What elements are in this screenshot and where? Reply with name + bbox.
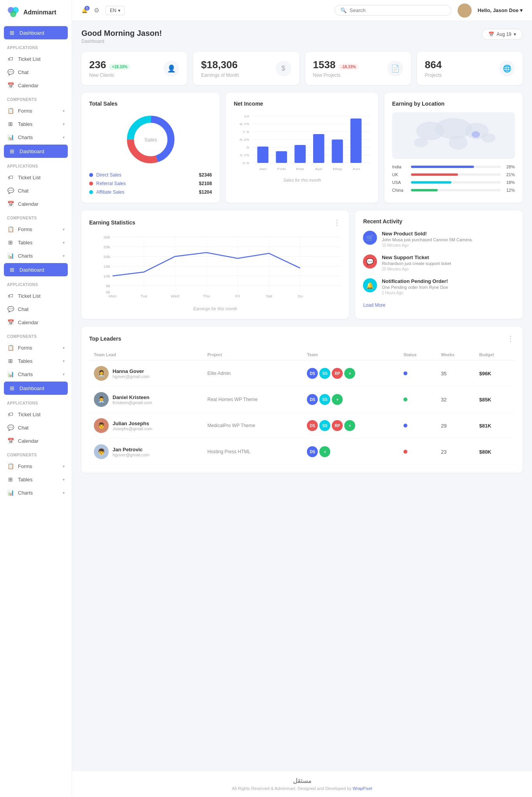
chevron-icon: ▾ [63,109,65,113]
sidebar-item-tables[interactable]: ⊞Tables▾ [0,236,72,249]
more-options-button[interactable]: ⋮ [333,218,341,227]
legend-dot [89,190,93,194]
svg-text:25k: 25k [104,245,110,249]
sidebar-section-label: COMPONENTS [0,329,72,341]
sidebar-item-forms[interactable]: 📋Forms▾ [0,223,72,236]
svg-text:5k: 5k [106,284,110,288]
sidebar-section-label: COMPONENTS [0,210,72,223]
top-leaders-card: Top Leaders ⋮ Team LeadProjectTeamStatus… [81,327,523,473]
language-label: EN [110,8,116,13]
sidebar-item-ticket-list[interactable]: 🏷Ticket List [0,171,72,184]
earning-location-title: Earning by Location [392,101,515,107]
location-row: USA 18% [392,180,515,185]
stat-label: New Projects [313,72,359,78]
sidebar-item-dashboard[interactable]: ⊞Dashboard [4,382,68,395]
sidebar-item-charts[interactable]: 📊Charts▾ [0,368,72,381]
sidebar-item-forms[interactable]: 📋Forms▾ [0,459,72,473]
sidebar-item-chat[interactable]: 💬Chat [0,302,72,316]
date-picker[interactable]: 📅 Aug 19 ▾ [482,29,523,40]
sidebar-item-forms[interactable]: 📋Forms▾ [0,341,72,354]
location-row: China 12% [392,188,515,193]
tables-icon: ⊞ [7,476,14,482]
calendar-icon: 📅 [7,201,14,207]
sidebar-item-forms[interactable]: 📋Forms▾ [0,104,72,117]
sidebar-item-dashboard[interactable]: ⊞Dashboard [4,26,68,39]
activity-title: New Product Sold! [382,231,473,237]
svg-text:Thu: Thu [203,294,210,298]
location-bar-bg [411,166,501,168]
donut-center-label: Sales [144,137,157,143]
sidebar-item-charts[interactable]: 📊Charts▾ [0,131,72,144]
leaders-more-options[interactable]: ⋮ [507,334,515,343]
location-row: India 28% [392,164,515,169]
project-cell: Elite Admin [203,361,303,387]
sidebar-item-chat[interactable]: 💬Chat [0,421,72,434]
total-sales-title: Total Sales [89,101,212,107]
sidebar-item-tables[interactable]: ⊞Tables▾ [0,354,72,368]
main-area: 🔔 5 ⚙ EN ▾ 🔍 Hello, Jason Doe ▾ [72,0,532,797]
sidebar-item-charts[interactable]: 📊Charts▾ [0,249,72,262]
net-income-chart: 10 8.75 7.5 6.25 5 3.75 2.5 Jan [234,112,370,175]
sidebar-item-calendar[interactable]: 📅Calendar [0,79,72,92]
stat-icon: 👤 [164,61,179,76]
legend-name: Direct Sales [96,172,199,178]
calendar-icon: 📅 [7,82,14,88]
sidebar-item-ticket-list[interactable]: 🏷Ticket List [0,52,72,65]
charts-icon: 📊 [7,134,14,140]
activity-desc: Richardson just create support ticket [382,261,451,266]
table-row: 👦 Jan Petrovic hgover@gmail.com Hosting … [89,439,515,465]
sidebar-item-calendar[interactable]: 📅Calendar [0,316,72,329]
team-avatar: + [344,420,355,431]
activity-title: Notification Pending Order! [382,278,448,284]
sidebar-item-dashboard[interactable]: ⊞Dashboard [4,145,68,158]
settings-gear-icon[interactable]: ⚙ [94,7,99,14]
svg-text:6.25: 6.25 [240,138,249,141]
language-selector[interactable]: EN ▾ [106,6,125,15]
calendar-icon: 📅 [7,438,14,444]
svg-text:3.75: 3.75 [240,153,249,157]
project-cell: MedicalPro WP Theme [203,413,303,439]
forms-icon: 📋 [7,345,14,351]
location-bar-bg [411,189,501,191]
top-leaders-header: Top Leaders ⋮ [89,334,515,343]
svg-text:Mon: Mon [108,294,116,298]
sidebar-item-calendar[interactable]: 📅Calendar [0,197,72,210]
team-avatar: RP [332,368,343,379]
sidebar-item-ticket-list[interactable]: 🏷Ticket List [0,408,72,421]
notification-bell[interactable]: 🔔 5 [81,7,88,13]
search-input[interactable] [350,7,446,13]
chevron-down-icon[interactable]: ▾ [520,7,523,13]
chevron-down-icon: ▾ [514,32,516,37]
sidebar-item-charts[interactable]: 📊Charts▾ [0,486,72,499]
team-avatar: DS [307,420,318,431]
weeks-cell: 35 [436,361,474,387]
svg-text:7.5: 7.5 [242,130,249,133]
sidebar-item-tables[interactable]: ⊞Tables▾ [0,473,72,486]
ticket list-icon: 🏷 [7,56,14,62]
sidebar-item-ticket-list[interactable]: 🏷Ticket List [0,289,72,302]
status-dot [403,371,407,375]
sidebar-section-label: COMPONENTS [0,92,72,104]
chat-icon: 💬 [7,306,14,312]
team-avatar: SS [319,368,330,379]
wrappixel-link[interactable]: WrapPixel [353,786,372,791]
sidebar-item-chat[interactable]: 💬Chat [0,184,72,197]
earning-location-card: Earning by Location [384,93,523,203]
sidebar-item-tables[interactable]: ⊞Tables▾ [0,117,72,131]
svg-rect-29 [313,134,324,163]
stat-badge: -18.33% [338,64,358,70]
budget-cell: $85K [474,387,515,413]
sidebar-item-calendar[interactable]: 📅Calendar [0,434,72,447]
budget-cell: $81K [474,413,515,439]
table-row: 👨 Julian Josephs Josephs@gmail.com Medic… [89,413,515,439]
load-more-button[interactable]: Load More [363,302,385,308]
sidebar-item-chat[interactable]: 💬Chat [0,65,72,79]
search-bar[interactable]: 🔍 [335,5,451,16]
sidebar-item-dashboard[interactable]: ⊞Dashboard [4,263,68,276]
status-cell [399,413,436,439]
stat-icon: 📄 [388,61,403,76]
team-cell: DSSSRP+ [302,361,399,387]
content-area: Good Morning Jason! Dashboard 📅 Aug 19 ▾… [72,21,532,770]
recent-activity-title: Recent Activity [363,218,402,224]
team-avatar: + [332,394,343,405]
